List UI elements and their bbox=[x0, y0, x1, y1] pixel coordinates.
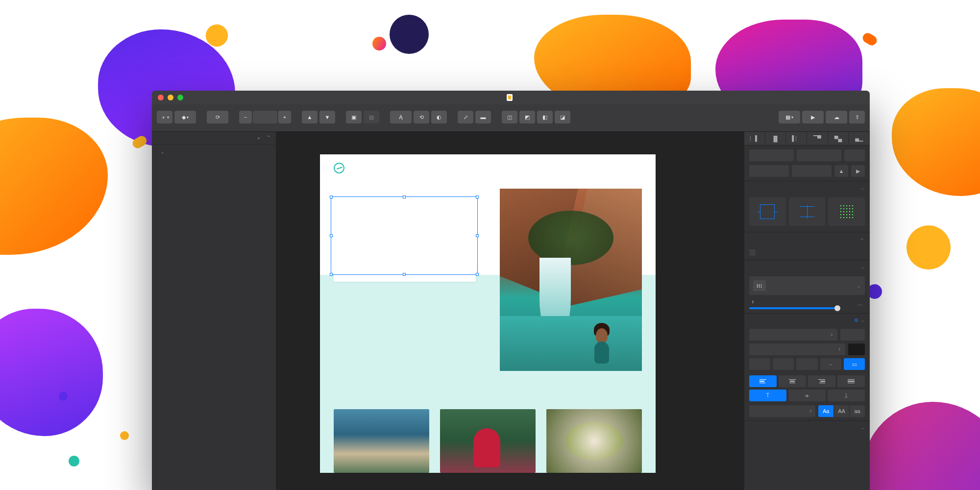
export-button[interactable]: ⇪ bbox=[849, 111, 865, 123]
collapse-pages-icon[interactable]: ⌃ bbox=[267, 135, 271, 142]
plane-icon bbox=[334, 163, 344, 173]
create-symbol-button[interactable]: ⟳ bbox=[207, 111, 228, 123]
canvas[interactable] bbox=[276, 132, 744, 490]
fixed-width-button[interactable]: ▭ bbox=[844, 358, 865, 370]
pin-to-edge-button[interactable] bbox=[749, 197, 786, 226]
height-input[interactable] bbox=[792, 165, 832, 177]
width-input[interactable] bbox=[749, 165, 789, 177]
flip-h-button[interactable]: ▲ bbox=[834, 165, 848, 177]
auto-width-button[interactable]: ↔ bbox=[820, 358, 841, 370]
resizing-header[interactable]: ⌄ bbox=[744, 181, 870, 195]
text-style-selector[interactable]: H1 ⌄ bbox=[749, 276, 865, 295]
edit-button[interactable]: Ą bbox=[390, 111, 412, 123]
fix-size-button[interactable] bbox=[789, 197, 826, 226]
scale-button[interactable]: ⤢ bbox=[458, 111, 473, 123]
site-logo bbox=[334, 163, 349, 173]
prototyping-header[interactable]: ＋ bbox=[744, 232, 870, 245]
rotate-button[interactable]: ⟲ bbox=[414, 111, 429, 123]
align-vcenter-button[interactable]: ▀▄ bbox=[828, 132, 849, 145]
window-title bbox=[507, 94, 515, 101]
zoom-in-button[interactable]: + bbox=[278, 111, 291, 123]
align-right-button[interactable]: ▌⎸ bbox=[786, 132, 807, 145]
align-left-button[interactable]: ⎸▌ bbox=[744, 132, 765, 145]
chevron-down-icon: ⌄ bbox=[161, 149, 165, 154]
subtract-button[interactable]: ◩ bbox=[519, 111, 535, 123]
site-header bbox=[320, 154, 656, 182]
selection-box[interactable] bbox=[331, 196, 478, 275]
artboard[interactable] bbox=[320, 154, 656, 473]
difference-button[interactable]: ◪ bbox=[555, 111, 570, 123]
add-page-icon[interactable]: ＋ bbox=[256, 135, 262, 142]
pages-header: ＋⌃ bbox=[152, 132, 276, 145]
fix-scroll-checkbox[interactable] bbox=[744, 245, 870, 260]
guide-card-australia[interactable] bbox=[334, 409, 429, 473]
mask-button[interactable]: ◐ bbox=[431, 111, 447, 123]
align-bottom-button[interactable]: ▄▁ bbox=[849, 132, 870, 145]
align-justify-text-button[interactable] bbox=[837, 375, 865, 387]
opacity-slider[interactable] bbox=[749, 307, 840, 309]
text-color-swatch[interactable] bbox=[848, 343, 865, 355]
valign-bottom-button[interactable]: ⟘ bbox=[828, 390, 865, 401]
guide-card-portugal[interactable] bbox=[546, 409, 642, 473]
zoom-value[interactable] bbox=[253, 111, 277, 123]
page-selector[interactable]: ⌄ bbox=[152, 145, 276, 159]
document-icon bbox=[507, 94, 513, 101]
align-hcenter-button[interactable]: ▐▌ bbox=[765, 132, 786, 145]
align-top-button[interactable]: ▔▀ bbox=[807, 132, 828, 145]
ungroup-button[interactable]: ▨ bbox=[364, 111, 379, 123]
zoom-out-button[interactable]: − bbox=[239, 111, 252, 123]
style-header[interactable]: ⌄ bbox=[744, 420, 870, 434]
minimize-icon[interactable] bbox=[168, 95, 173, 100]
guides-section bbox=[320, 383, 656, 473]
guide-card-hochiminh[interactable] bbox=[440, 409, 536, 473]
text-header[interactable]: ⚙ ⌄ bbox=[744, 313, 870, 327]
flatten-button[interactable]: ▬ bbox=[475, 111, 491, 123]
maximize-icon[interactable] bbox=[177, 95, 183, 100]
line-spacing-input[interactable] bbox=[773, 358, 794, 370]
valign-top-button[interactable]: ⟙ bbox=[749, 390, 786, 401]
align-left-text-button[interactable] bbox=[749, 375, 777, 387]
font-size-input[interactable] bbox=[840, 329, 865, 341]
inspector-panel: ⎸▌ ▐▌ ▌⎸ ▔▀ ▀▄ ▄▁ ▲ ▶ ⌄ bbox=[744, 132, 870, 490]
align-right-text-button[interactable] bbox=[808, 375, 835, 387]
flip-v-button[interactable]: ▶ bbox=[851, 165, 865, 177]
resize-preview bbox=[828, 197, 865, 226]
align-controls: ⎸▌ ▐▌ ▌⎸ ▔▀ ▀▄ ▄▁ bbox=[744, 132, 870, 146]
rotation-input[interactable] bbox=[844, 149, 865, 161]
transform-upper-button[interactable]: AA bbox=[834, 405, 850, 417]
font-family-select[interactable]: ⇕ bbox=[749, 329, 837, 341]
x-input[interactable] bbox=[749, 149, 794, 161]
hero-image[interactable] bbox=[500, 189, 642, 371]
toolbar: ＋▾ ◆▾ ⟳ − + ▲ ▼ ▣ ▨ Ą ⟲ ◐ bbox=[152, 104, 870, 132]
group-button[interactable]: ▣ bbox=[346, 111, 362, 123]
intersect-button[interactable]: ◧ bbox=[537, 111, 553, 123]
char-spacing-input[interactable] bbox=[749, 358, 770, 370]
gear-icon[interactable]: ⚙ bbox=[854, 318, 859, 323]
view-button[interactable]: ▦▾ bbox=[779, 111, 800, 123]
transform-none-button[interactable]: Aa bbox=[818, 405, 834, 417]
font-weight-select[interactable]: ⇕ bbox=[749, 343, 845, 355]
decoration-select[interactable]: ⇕ bbox=[749, 405, 815, 417]
appearance-header[interactable]: ⌄ bbox=[744, 260, 870, 273]
transform-lower-button[interactable]: aa bbox=[850, 405, 865, 417]
close-icon[interactable] bbox=[158, 95, 164, 100]
backward-button[interactable]: ▼ bbox=[319, 111, 335, 123]
align-center-text-button[interactable] bbox=[779, 375, 806, 387]
para-spacing-input[interactable] bbox=[796, 358, 817, 370]
union-button[interactable]: ◫ bbox=[502, 111, 517, 123]
insert-button[interactable]: ＋▾ bbox=[157, 111, 172, 123]
preview-button[interactable]: ▶ bbox=[802, 111, 824, 123]
titlebar[interactable] bbox=[152, 91, 870, 104]
y-input[interactable] bbox=[797, 149, 841, 161]
forward-button[interactable]: ▲ bbox=[302, 111, 318, 123]
cloud-button[interactable]: ☁ bbox=[826, 111, 847, 123]
data-button[interactable]: ◆▾ bbox=[174, 111, 196, 123]
app-window: ＋▾ ◆▾ ⟳ − + ▲ ▼ ▣ ▨ Ą ⟲ ◐ bbox=[152, 91, 870, 490]
layers-panel: ＋⌃ ⌄ bbox=[152, 132, 276, 490]
valign-middle-button[interactable]: ⟛ bbox=[788, 390, 826, 401]
